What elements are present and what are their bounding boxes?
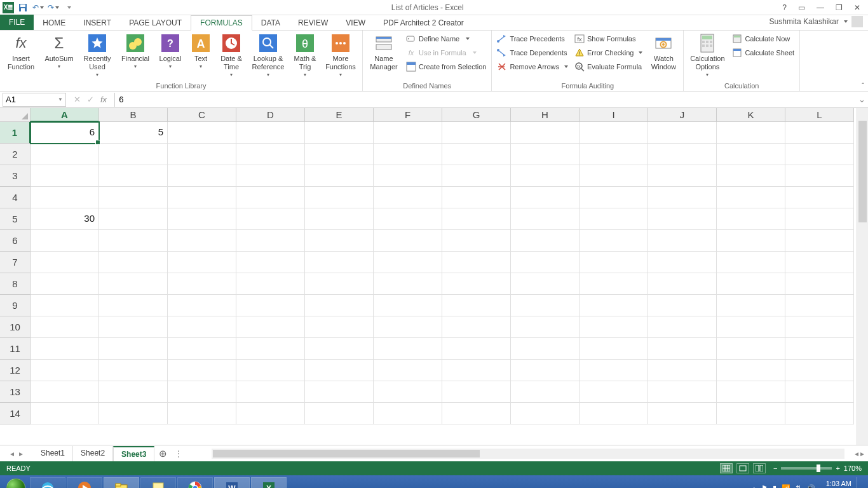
cell-d4[interactable] [236, 187, 305, 208]
new-sheet-button[interactable]: ⊕ [154, 448, 171, 459]
tab-home[interactable]: HOME [34, 16, 74, 30]
cell-i1[interactable] [580, 122, 648, 144]
cell-i5[interactable] [580, 208, 648, 230]
cell-g5[interactable] [442, 208, 511, 230]
zoom-out-button[interactable]: − [773, 464, 777, 472]
cell-e10[interactable] [305, 316, 374, 338]
start-button[interactable] [3, 477, 29, 488]
tab-formulas[interactable]: FORMULAS [191, 15, 252, 30]
show-formulas-button[interactable]: fxShow Formulas [573, 32, 644, 46]
cell-k6[interactable] [717, 230, 785, 252]
scrollbar-thumb[interactable] [213, 450, 480, 458]
cell-l4[interactable] [785, 187, 854, 208]
column-header-i[interactable]: I [580, 108, 648, 122]
cell-c9[interactable] [168, 295, 236, 316]
cell-e7[interactable] [305, 252, 374, 273]
cell-j2[interactable] [648, 144, 717, 165]
column-header-l[interactable]: L [785, 108, 854, 122]
cell-l9[interactable] [785, 295, 854, 316]
page-layout-view-button[interactable] [736, 463, 749, 473]
cell-g8[interactable] [442, 273, 511, 295]
cell-c1[interactable] [168, 122, 236, 144]
cell-g1[interactable] [442, 122, 511, 144]
sheet-nav-next[interactable]: ▸ [19, 449, 23, 458]
cell-i10[interactable] [580, 316, 648, 338]
cell-b3[interactable] [99, 165, 168, 187]
cell-e1[interactable] [305, 122, 374, 144]
cell-j11[interactable] [648, 338, 717, 360]
cell-e9[interactable] [305, 295, 374, 316]
zoom-in-button[interactable]: + [836, 464, 839, 472]
cell-h10[interactable] [511, 316, 580, 338]
cell-j10[interactable] [648, 316, 717, 338]
cell-i8[interactable] [580, 273, 648, 295]
cell-k8[interactable] [717, 273, 785, 295]
cell-h2[interactable] [511, 144, 580, 165]
column-header-d[interactable]: D [236, 108, 305, 122]
cell-d5[interactable] [236, 208, 305, 230]
cell-k10[interactable] [717, 316, 785, 338]
cell-g3[interactable] [442, 165, 511, 187]
cell-f14[interactable] [374, 403, 442, 424]
cell-e12[interactable] [305, 360, 374, 381]
tab-pdf-architect[interactable]: PDF Architect 2 Creator [374, 16, 473, 30]
cell-j5[interactable] [648, 208, 717, 230]
cell-f11[interactable] [374, 338, 442, 360]
cell-c3[interactable] [168, 165, 236, 187]
cell-d1[interactable] [236, 122, 305, 144]
cell-f3[interactable] [374, 165, 442, 187]
cell-e5[interactable] [305, 208, 374, 230]
cell-c4[interactable] [168, 187, 236, 208]
cell-i4[interactable] [580, 187, 648, 208]
cell-b14[interactable] [99, 403, 168, 424]
cell-k11[interactable] [717, 338, 785, 360]
cell-c11[interactable] [168, 338, 236, 360]
taskbar-excel[interactable]: X [251, 477, 287, 488]
cell-a1[interactable]: 6 [31, 122, 99, 144]
vertical-scrollbar[interactable] [857, 108, 868, 445]
cell-a2[interactable] [31, 144, 99, 165]
cell-h8[interactable] [511, 273, 580, 295]
define-name-button[interactable]: Define Name [405, 32, 487, 46]
cell-f9[interactable] [374, 295, 442, 316]
row-header-9[interactable]: 9 [0, 295, 31, 316]
recently-used-button[interactable]: Recently Used▾ [80, 32, 114, 78]
cell-c8[interactable] [168, 273, 236, 295]
expand-formula-bar-button[interactable]: ⌄ [855, 95, 868, 104]
cell-b6[interactable] [99, 230, 168, 252]
cell-b13[interactable] [99, 381, 168, 403]
tab-insert[interactable]: INSERT [74, 16, 120, 30]
cell-g11[interactable] [442, 338, 511, 360]
cell-d14[interactable] [236, 403, 305, 424]
trace-dependents-button[interactable]: Trace Dependents [496, 46, 569, 60]
cell-j12[interactable] [648, 360, 717, 381]
qat-customize[interactable] [62, 1, 75, 14]
cell-b12[interactable] [99, 360, 168, 381]
cell-d2[interactable] [236, 144, 305, 165]
cell-h9[interactable] [511, 295, 580, 316]
sheet-split-handle[interactable]: ⋮ [171, 449, 186, 458]
insert-function-fx-button[interactable]: fx [100, 95, 107, 104]
row-header-13[interactable]: 13 [0, 381, 31, 403]
cell-i2[interactable] [580, 144, 648, 165]
cell-e2[interactable] [305, 144, 374, 165]
cell-g2[interactable] [442, 144, 511, 165]
cells-area[interactable]: 6530 [31, 122, 857, 445]
sheet-tab-sheet2[interactable]: Sheet2 [73, 446, 113, 461]
evaluate-formula-button[interactable]: fxEvaluate Formula [573, 60, 644, 74]
column-header-k[interactable]: K [717, 108, 785, 122]
cell-c2[interactable] [168, 144, 236, 165]
collapse-ribbon-button[interactable]: ˆ [862, 82, 864, 90]
cell-b2[interactable] [99, 144, 168, 165]
cell-j1[interactable] [648, 122, 717, 144]
name-manager-button[interactable]: Name Manager [367, 32, 401, 71]
row-header-10[interactable]: 10 [0, 316, 31, 338]
row-header-3[interactable]: 3 [0, 165, 31, 187]
cell-l12[interactable] [785, 360, 854, 381]
row-header-6[interactable]: 6 [0, 230, 31, 252]
cell-a11[interactable] [31, 338, 99, 360]
remove-arrows-button[interactable]: Remove Arrows [496, 60, 569, 74]
redo-button[interactable]: ↷ [47, 1, 60, 14]
taskbar-chrome[interactable] [177, 477, 213, 488]
cell-j8[interactable] [648, 273, 717, 295]
